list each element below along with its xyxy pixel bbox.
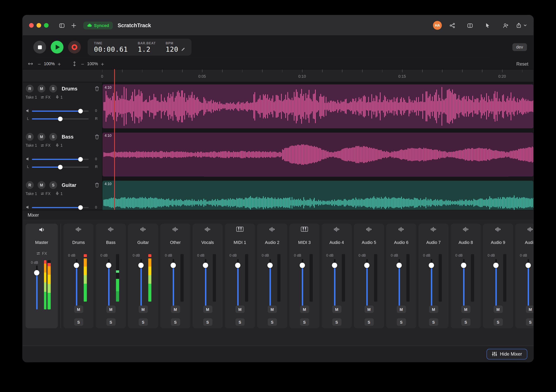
- channel-volume-fader[interactable]: [138, 259, 144, 309]
- channel-mute-button[interactable]: M: [332, 306, 341, 313]
- collaboration-nodes-icon[interactable]: [448, 21, 456, 30]
- channel-volume-fader[interactable]: [332, 259, 337, 309]
- audio-clip-region[interactable]: 4:10: [102, 84, 533, 128]
- channel-mute-button[interactable]: M: [526, 306, 533, 313]
- master-fx[interactable]: FX: [25, 251, 58, 255]
- input-source[interactable]: 1: [55, 95, 63, 99]
- channel-mute-button[interactable]: M: [235, 306, 244, 313]
- volume-slider[interactable]: [32, 159, 88, 160]
- channel-mute-button[interactable]: M: [300, 306, 309, 313]
- delete-track-icon[interactable]: [94, 182, 100, 188]
- delete-track-icon[interactable]: [94, 86, 100, 92]
- channel-mute-button[interactable]: M: [139, 306, 147, 313]
- channel-volume-fader[interactable]: [300, 259, 305, 309]
- edit-bpm-pencil-icon[interactable]: [181, 47, 185, 51]
- channel-solo-button[interactable]: S: [74, 318, 83, 326]
- channel-solo-button[interactable]: S: [397, 318, 406, 326]
- channel-solo-button[interactable]: S: [267, 318, 277, 326]
- channel-volume-fader[interactable]: [461, 259, 466, 309]
- channel-volume-fader[interactable]: [74, 259, 79, 309]
- volume-slider[interactable]: [32, 110, 88, 112]
- add-person-icon[interactable]: [501, 21, 510, 30]
- h-zoom-out-button[interactable]: −: [36, 61, 43, 67]
- v-zoom-in-button[interactable]: +: [99, 61, 106, 67]
- channel-volume-fader[interactable]: [429, 259, 434, 309]
- playhead[interactable]: [114, 69, 115, 210]
- channel-volume-fader[interactable]: [364, 259, 370, 309]
- pan-slider[interactable]: [32, 167, 88, 168]
- channel-solo-button[interactable]: S: [429, 318, 438, 326]
- channel-mute-button[interactable]: M: [106, 306, 115, 313]
- channel-volume-fader[interactable]: [235, 259, 240, 309]
- channel-volume-fader[interactable]: [525, 259, 531, 309]
- channel-solo-button[interactable]: S: [203, 318, 212, 326]
- channel-solo-button[interactable]: S: [106, 318, 115, 326]
- channel-solo-button[interactable]: S: [332, 318, 341, 326]
- channel-mute-button[interactable]: M: [397, 306, 406, 313]
- clip-duration-label: 4:10: [105, 85, 112, 89]
- track-mute-button[interactable]: M: [38, 133, 45, 141]
- audio-clip-region[interactable]: 4:10: [102, 133, 533, 177]
- track-mute-button[interactable]: M: [38, 181, 45, 189]
- track-mute-button[interactable]: M: [38, 85, 45, 92]
- channel-mute-button[interactable]: M: [493, 306, 502, 313]
- track-solo-button[interactable]: S: [49, 181, 57, 189]
- share-menu[interactable]: [516, 22, 527, 28]
- channel-solo-button[interactable]: S: [171, 318, 180, 326]
- input-source[interactable]: 1: [55, 143, 63, 147]
- sidebar-toggle-icon[interactable]: [57, 21, 66, 30]
- channel-volume-fader[interactable]: [396, 259, 402, 309]
- record-arm-button[interactable]: R: [26, 133, 34, 141]
- h-zoom-in-button[interactable]: +: [56, 61, 62, 67]
- channel-solo-button[interactable]: S: [235, 318, 244, 326]
- record-arm-button[interactable]: R: [26, 181, 34, 189]
- zoom-window-button[interactable]: [44, 23, 48, 28]
- audio-clip-region[interactable]: 4:10: [102, 181, 533, 210]
- track-solo-button[interactable]: S: [49, 85, 57, 92]
- master-volume-fader[interactable]: [34, 266, 39, 309]
- delete-track-icon[interactable]: [94, 134, 100, 140]
- channel-mute-button[interactable]: M: [203, 306, 212, 313]
- channel-solo-button[interactable]: S: [461, 318, 470, 326]
- minimize-window-button[interactable]: [37, 23, 41, 28]
- channel-volume-fader[interactable]: [171, 259, 176, 309]
- channel-solo-button[interactable]: S: [526, 318, 533, 326]
- channel-solo-button[interactable]: S: [300, 318, 309, 326]
- volume-slider[interactable]: [32, 207, 88, 208]
- channel-mute-button[interactable]: M: [171, 306, 180, 313]
- track-fx-control[interactable]: FX: [41, 95, 51, 99]
- input-source[interactable]: 1: [55, 192, 63, 196]
- zoom-reset-button[interactable]: Reset: [516, 61, 528, 67]
- channel-volume-fader[interactable]: [493, 259, 499, 309]
- channel-mute-button[interactable]: M: [429, 306, 438, 313]
- channel-solo-button[interactable]: S: [364, 318, 373, 326]
- add-track-icon[interactable]: [69, 21, 78, 30]
- record-arm-button[interactable]: R: [26, 85, 34, 92]
- channel-volume-fader[interactable]: [106, 259, 111, 309]
- channel-mute-button[interactable]: M: [364, 306, 373, 313]
- channel-volume-fader[interactable]: [203, 259, 208, 309]
- channel-mute-button[interactable]: M: [267, 306, 277, 313]
- user-avatar[interactable]: HA: [433, 21, 442, 30]
- pointer-tool-icon[interactable]: [483, 21, 492, 30]
- channel-solo-button[interactable]: S: [139, 318, 147, 326]
- sync-status-badge[interactable]: Synced: [83, 22, 113, 29]
- pan-slider[interactable]: [32, 118, 88, 119]
- stop-button[interactable]: [33, 41, 46, 54]
- close-window-button[interactable]: [29, 23, 34, 28]
- timeline-ruler[interactable]: 00:050:100:150:20: [23, 69, 533, 82]
- channel-mute-button[interactable]: M: [74, 306, 83, 313]
- track-fx-control[interactable]: FX: [41, 143, 51, 147]
- track-solo-button[interactable]: S: [49, 133, 57, 141]
- split-view-icon[interactable]: [465, 21, 474, 30]
- channel-solo-button[interactable]: S: [493, 318, 502, 326]
- channel-volume-fader[interactable]: [267, 259, 273, 309]
- channel-mute-button[interactable]: M: [461, 306, 470, 313]
- track-fx-control[interactable]: FX: [41, 192, 51, 196]
- v-zoom-out-button[interactable]: −: [79, 61, 86, 67]
- play-button[interactable]: [51, 41, 63, 54]
- record-button[interactable]: [68, 41, 81, 54]
- hide-mixer-button[interactable]: Hide Mixer: [486, 349, 527, 359]
- bpm-value[interactable]: 120: [166, 45, 178, 53]
- strip-db-label: 0 dB: [133, 254, 140, 257]
